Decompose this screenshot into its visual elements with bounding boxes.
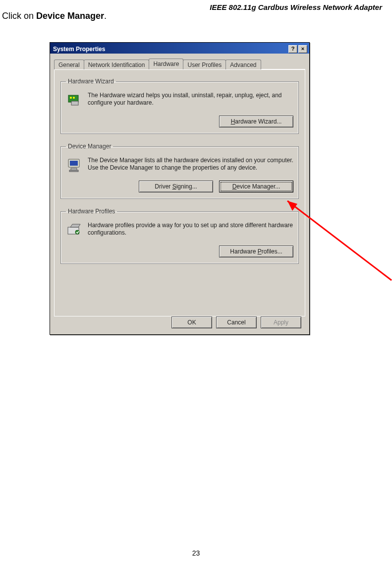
instruction-suffix: . (104, 11, 107, 21)
instruction-prefix: Click on (2, 11, 36, 21)
ok-button[interactable]: OK (171, 316, 212, 328)
document-header: IEEE 802.11g Cardbus Wireless Network Ad… (210, 3, 382, 11)
tab-body: Hardware Wizard The Hardware wizard help… (54, 69, 305, 316)
dialog-button-row: OK Cancel Apply (171, 316, 301, 328)
instruction-text: Click on Device Manager. (2, 11, 107, 21)
hardware-wizard-icon (66, 92, 83, 109)
hardware-wizard-text: The Hardware wizard helps you install, u… (88, 92, 293, 109)
svg-point-3 (73, 97, 75, 99)
tab-advanced[interactable]: Advanced (225, 60, 261, 69)
hardware-wizard-button[interactable]: HHardware Wizard...ardware Wizard... (219, 116, 293, 127)
svg-point-2 (70, 97, 72, 99)
hardware-profiles-icon (66, 222, 83, 239)
cancel-button[interactable]: Cancel (216, 316, 257, 328)
legend-hardware-wizard: Hardware Wizard (66, 78, 116, 85)
system-properties-dialog: System Properties ? × General Network Id… (50, 42, 310, 335)
tab-network-identification[interactable]: Network Identification (84, 60, 150, 69)
hardware-profiles-button[interactable]: Hardware Profiles...Hardware Profiles... (219, 246, 293, 257)
svg-rect-5 (70, 161, 78, 166)
device-manager-text: The Device Manager lists all the hardwar… (88, 157, 293, 174)
group-hardware-wizard: Hardware Wizard The Hardware wizard help… (60, 78, 299, 134)
close-button[interactable]: × (298, 45, 307, 53)
svg-rect-7 (69, 170, 78, 172)
svg-rect-1 (71, 101, 78, 105)
dialog-titlebar[interactable]: System Properties ? × (50, 43, 309, 54)
group-device-manager: Device Manager The Device Manager lists … (60, 143, 299, 199)
instruction-bold: Device Manager (36, 11, 104, 21)
tab-general[interactable]: General (54, 60, 84, 69)
legend-device-manager: Device Manager (66, 143, 113, 150)
svg-marker-9 (70, 224, 80, 227)
tab-user-profiles[interactable]: User Profiles (183, 60, 226, 69)
help-button[interactable]: ? (288, 45, 297, 53)
dialog-title: System Properties (53, 46, 105, 53)
device-manager-button[interactable]: Device Manager...Device Manager... (219, 181, 293, 192)
device-manager-icon (66, 157, 83, 174)
page-number: 23 (0, 549, 392, 557)
tab-hardware[interactable]: Hardware (149, 59, 183, 69)
group-hardware-profiles: Hardware Profiles Hardware profiles prov… (60, 208, 299, 264)
hardware-profiles-text: Hardware profiles provide a way for you … (88, 222, 293, 239)
driver-signing-button[interactable]: Driver Signing...Driver Signing... (139, 181, 213, 192)
apply-button[interactable]: Apply (261, 316, 301, 328)
svg-rect-6 (71, 168, 77, 170)
tab-row: General Network Identification Hardware … (54, 59, 305, 69)
legend-hardware-profiles: Hardware Profiles (66, 208, 117, 215)
